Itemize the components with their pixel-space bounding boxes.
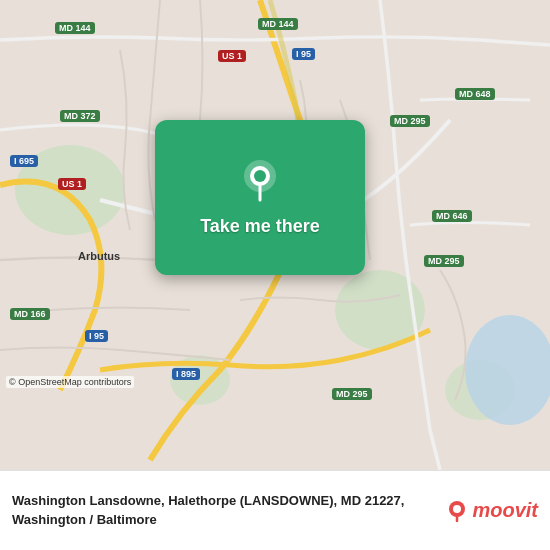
moovit-pin-icon [446, 500, 468, 522]
badge-md295-top: MD 295 [390, 115, 430, 127]
badge-i95-bot: I 95 [85, 330, 108, 342]
location-pin-icon [236, 158, 284, 206]
badge-i895: I 895 [172, 368, 200, 380]
arbutus-label: Arbutus [78, 250, 120, 262]
take-me-button-label: Take me there [200, 216, 320, 237]
osm-attribution: © OpenStreetMap contributors [6, 376, 134, 388]
svg-point-4 [170, 355, 230, 405]
take-me-card[interactable]: Take me there [155, 120, 365, 275]
badge-md646: MD 646 [432, 210, 472, 222]
svg-point-8 [254, 170, 266, 182]
badge-md144-topmid: MD 144 [258, 18, 298, 30]
badge-i95-mid: I 95 [292, 48, 315, 60]
location-info: Washington Lansdowne, Halethorpe (LANSDO… [12, 492, 446, 528]
svg-point-3 [445, 360, 515, 420]
badge-md295-mid: MD 295 [424, 255, 464, 267]
location-title: Washington Lansdowne, Halethorpe (LANSDO… [12, 492, 446, 528]
map-container: MD 144 MD 144 MD 372 I 695 US 1 US 1 I 9… [0, 0, 550, 470]
svg-point-5 [465, 315, 550, 425]
badge-us1-mid: US 1 [218, 50, 246, 62]
badge-i695: I 695 [10, 155, 38, 167]
svg-point-10 [453, 505, 461, 513]
badge-md166: MD 166 [10, 308, 50, 320]
badge-md144-topleft: MD 144 [55, 22, 95, 34]
badge-us1-left: US 1 [58, 178, 86, 190]
moovit-text: moovit [472, 499, 538, 522]
badge-md648: MD 648 [455, 88, 495, 100]
badge-md372: MD 372 [60, 110, 100, 122]
svg-point-2 [335, 270, 425, 350]
badge-md295-bot: MD 295 [332, 388, 372, 400]
moovit-logo: moovit [446, 499, 538, 522]
bottom-bar: Washington Lansdowne, Halethorpe (LANSDO… [0, 470, 550, 550]
